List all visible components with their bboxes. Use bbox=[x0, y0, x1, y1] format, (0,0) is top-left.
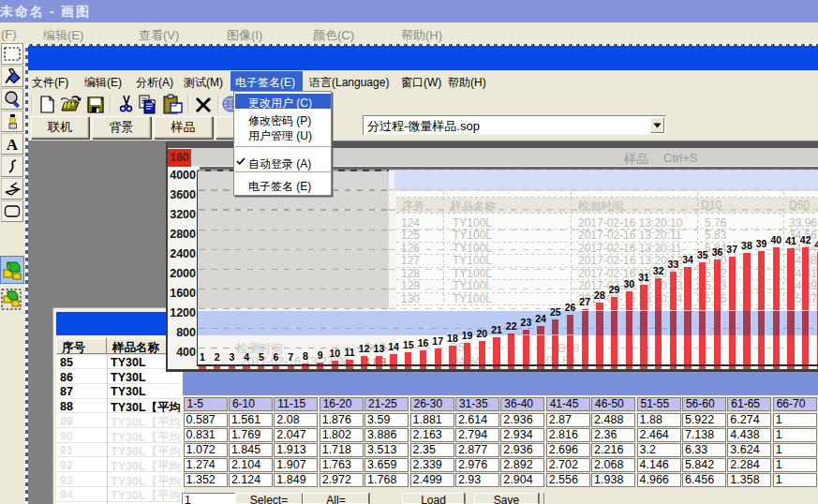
svg-text:A: A bbox=[7, 136, 19, 154]
